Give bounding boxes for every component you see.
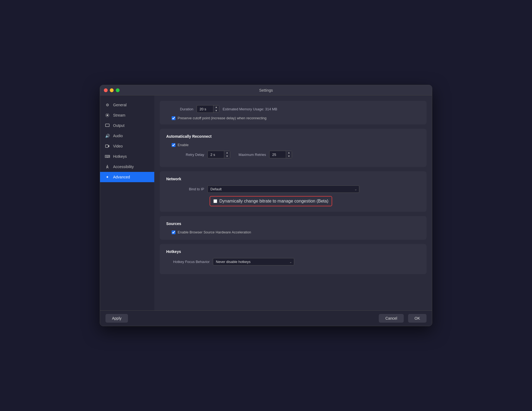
sidebar-item-stream[interactable]: Stream bbox=[100, 110, 154, 120]
preserve-cutoff-label: Preserve cutoff point (increase delay) w… bbox=[178, 116, 267, 120]
stream-icon bbox=[105, 113, 110, 118]
preserve-cutoff-row: Preserve cutoff point (increase delay) w… bbox=[166, 116, 420, 120]
enable-reconnect-row: Enable bbox=[166, 143, 420, 147]
sidebar-label-hotkeys: Hotkeys bbox=[113, 154, 127, 159]
hotkey-focus-select[interactable]: Never disable hotkeys bbox=[213, 258, 294, 265]
settings-window: Settings ⚙ General Stream bbox=[100, 85, 432, 326]
window-title: Settings bbox=[259, 88, 273, 92]
titlebar: Settings bbox=[100, 85, 432, 95]
sidebar-label-stream: Stream bbox=[113, 113, 125, 117]
duration-section: Duration 20 s ▲ ▼ Estimated Memory Usage… bbox=[160, 101, 427, 124]
hw-accel-row: Enable Browser Source Hardware Accelerat… bbox=[166, 230, 420, 234]
memory-usage-text: Estimated Memory Usage: 314 MB bbox=[223, 107, 277, 111]
maximize-button[interactable] bbox=[116, 88, 120, 92]
duration-label: Duration bbox=[166, 107, 193, 111]
network-section: Network Bind to IP Default Dynamically c… bbox=[160, 171, 427, 212]
dynamic-bitrate-checkbox[interactable] bbox=[213, 199, 217, 203]
max-retries-buttons: ▲ ▼ bbox=[286, 151, 292, 158]
hotkey-focus-wrapper: Never disable hotkeys bbox=[213, 258, 294, 265]
retry-delay-buttons: ▲ ▼ bbox=[224, 151, 230, 158]
general-icon: ⚙ bbox=[105, 102, 110, 107]
sidebar-label-audio: Audio bbox=[113, 134, 123, 138]
hw-accel-checkbox[interactable] bbox=[172, 230, 175, 234]
traffic-lights bbox=[104, 88, 120, 92]
duration-value: 20 s bbox=[197, 106, 213, 113]
svg-rect-1 bbox=[105, 124, 109, 127]
video-icon bbox=[105, 144, 110, 149]
retry-delay-spinner[interactable]: 2 s ▲ ▼ bbox=[207, 151, 230, 158]
hotkeys-title: Hotkeys bbox=[166, 249, 420, 254]
dynamic-bitrate-highlighted: Dynamically change bitrate to manage con… bbox=[210, 196, 332, 206]
max-retries-increment[interactable]: ▲ bbox=[286, 151, 292, 155]
sidebar-item-output[interactable]: Output bbox=[100, 120, 154, 131]
enable-reconnect-label: Enable bbox=[178, 143, 188, 147]
bind-to-ip-label: Bind to IP bbox=[166, 187, 204, 191]
hw-accel-label: Enable Browser Source Hardware Accelerat… bbox=[178, 230, 251, 234]
sidebar-label-video: Video bbox=[113, 144, 123, 148]
close-button[interactable] bbox=[104, 88, 108, 92]
sidebar: ⚙ General Stream bbox=[100, 95, 154, 310]
bind-to-ip-row: Bind to IP Default bbox=[166, 185, 420, 193]
sidebar-item-video[interactable]: Video bbox=[100, 141, 154, 151]
cancel-button[interactable]: Cancel bbox=[379, 314, 404, 323]
duration-spinner-buttons: ▲ ▼ bbox=[213, 105, 219, 113]
ok-button[interactable]: OK bbox=[408, 314, 427, 323]
audio-icon: 🔊 bbox=[105, 133, 110, 138]
dynamic-bitrate-container: Dynamically change bitrate to manage con… bbox=[166, 196, 420, 206]
svg-point-0 bbox=[107, 114, 108, 116]
advanced-icon: ✦ bbox=[105, 175, 110, 179]
content-area[interactable]: Duration 20 s ▲ ▼ Estimated Memory Usage… bbox=[154, 95, 432, 310]
network-title: Network bbox=[166, 177, 420, 181]
retry-delay-value: 2 s bbox=[208, 151, 224, 158]
duration-decrement[interactable]: ▼ bbox=[213, 109, 219, 113]
reconnect-title: Automatically Reconnect bbox=[166, 134, 420, 139]
reconnect-section: Automatically Reconnect Enable Retry Del… bbox=[160, 129, 427, 167]
sidebar-label-accessibility: Accessibility bbox=[113, 165, 134, 169]
sidebar-item-general[interactable]: ⚙ General bbox=[100, 100, 154, 110]
duration-spinner[interactable]: 20 s ▲ ▼ bbox=[197, 105, 219, 113]
retry-delay-label: Retry Delay bbox=[166, 153, 204, 157]
sidebar-item-accessibility[interactable]: Accessibility bbox=[100, 162, 154, 172]
hotkey-focus-row: Hotkey Focus Behavior Never disable hotk… bbox=[166, 258, 420, 265]
max-retries-label: Maximum Retries bbox=[233, 153, 266, 157]
sources-title: Sources bbox=[166, 221, 420, 226]
retry-delay-decrement[interactable]: ▼ bbox=[224, 155, 230, 158]
duration-row: Duration 20 s ▲ ▼ Estimated Memory Usage… bbox=[166, 105, 420, 113]
bottom-bar: Apply Cancel OK bbox=[100, 310, 432, 326]
duration-increment[interactable]: ▲ bbox=[213, 105, 219, 109]
max-retries-decrement[interactable]: ▼ bbox=[286, 155, 292, 158]
accessibility-icon bbox=[105, 164, 110, 169]
hotkey-focus-label: Hotkey Focus Behavior bbox=[166, 260, 210, 264]
hotkeys-section: Hotkeys Hotkey Focus Behavior Never disa… bbox=[160, 244, 427, 274]
minimize-button[interactable] bbox=[110, 88, 114, 92]
enable-reconnect-checkbox[interactable] bbox=[172, 143, 175, 147]
apply-button[interactable]: Apply bbox=[105, 314, 128, 323]
sidebar-label-general: General bbox=[113, 103, 127, 107]
retry-delay-row: Retry Delay 2 s ▲ ▼ Maximum Retries 25 ▲ bbox=[166, 151, 420, 158]
sidebar-item-advanced[interactable]: ✦ Advanced bbox=[100, 172, 154, 182]
right-buttons: Cancel OK bbox=[379, 314, 427, 323]
svg-point-3 bbox=[107, 165, 108, 166]
bind-to-ip-wrapper: Default bbox=[207, 185, 359, 193]
preserve-cutoff-checkbox[interactable] bbox=[172, 116, 175, 120]
bind-to-ip-select[interactable]: Default bbox=[207, 185, 359, 193]
max-retries-spinner[interactable]: 25 ▲ ▼ bbox=[269, 151, 292, 158]
sidebar-label-output: Output bbox=[113, 123, 124, 128]
svg-rect-2 bbox=[105, 145, 108, 147]
sidebar-item-audio[interactable]: 🔊 Audio bbox=[100, 131, 154, 141]
retry-delay-increment[interactable]: ▲ bbox=[224, 151, 230, 155]
dynamic-bitrate-label: Dynamically change bitrate to manage con… bbox=[219, 199, 328, 204]
output-icon bbox=[105, 123, 110, 128]
sources-section: Sources Enable Browser Source Hardware A… bbox=[160, 216, 427, 240]
main-content: ⚙ General Stream bbox=[100, 95, 432, 310]
max-retries-value: 25 bbox=[270, 151, 286, 158]
sidebar-label-advanced: Advanced bbox=[113, 175, 130, 179]
sidebar-item-hotkeys[interactable]: ⌨ Hotkeys bbox=[100, 151, 154, 162]
hotkeys-icon: ⌨ bbox=[105, 154, 110, 159]
